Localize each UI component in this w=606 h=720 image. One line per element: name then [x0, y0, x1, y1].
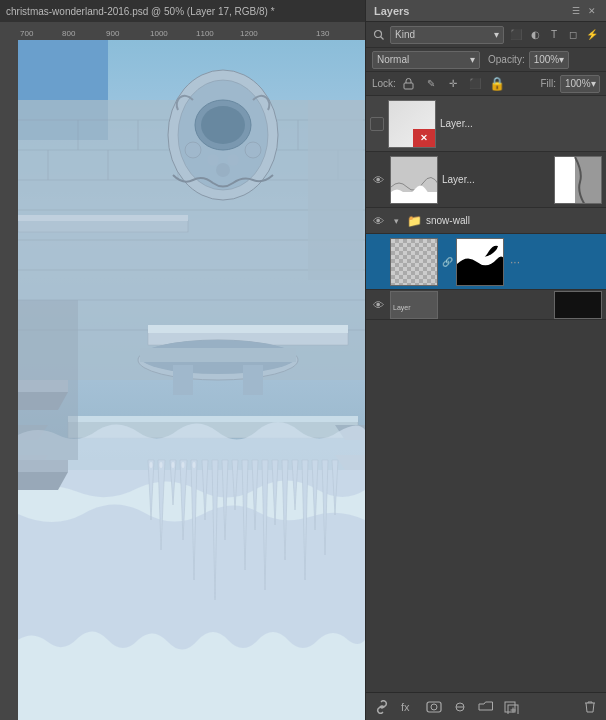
opacity-input[interactable]: 100% [529, 51, 569, 69]
kind-dropdown[interactable]: Kind [390, 26, 504, 44]
opacity-chevron [559, 54, 564, 65]
svg-point-29 [216, 163, 230, 177]
svg-point-24 [201, 106, 245, 144]
layer-row[interactable]: 🔗 ··· [366, 234, 606, 290]
layer-row-partial[interactable]: 👁 Layer [366, 290, 606, 320]
group-visibility-btn[interactable]: 👁 [370, 213, 386, 229]
svg-rect-31 [18, 215, 188, 221]
adj-filter-btn[interactable]: ◐ [527, 27, 543, 43]
fill-input[interactable]: 100% [560, 75, 600, 93]
ruler-mark: 130 [316, 29, 329, 38]
svg-rect-38 [173, 365, 193, 395]
smart-filter-btn[interactable]: ⚡ [584, 27, 600, 43]
search-icon [372, 28, 386, 42]
fill-label: Fill: [540, 78, 556, 89]
layers-toolbar: fx [366, 692, 606, 720]
svg-point-68 [172, 462, 175, 468]
group-btn[interactable] [476, 697, 496, 717]
ruler-mark: 700 [20, 29, 33, 38]
adjustment-btn[interactable] [450, 697, 470, 717]
svg-point-66 [150, 462, 153, 468]
layer-mask-thumbnail [456, 238, 504, 286]
ruler-mark: 1000 [150, 29, 168, 38]
blend-row: Normal Opacity: 100% [366, 48, 606, 72]
layer-more-btn[interactable]: ··· [508, 255, 522, 269]
panel-close-icon[interactable]: ✕ [586, 5, 598, 17]
svg-point-67 [160, 462, 163, 468]
svg-rect-78 [404, 83, 413, 89]
svg-rect-39 [243, 365, 263, 395]
lock-image-btn[interactable]: ✎ [422, 76, 440, 92]
svg-point-70 [193, 462, 196, 468]
canvas-area: christmas-wonderland-2016.psd @ 50% (Lay… [0, 0, 365, 720]
layer-group-row[interactable]: 👁 ▾ 📁 snow-wall [366, 208, 606, 234]
shape-filter-btn[interactable]: ◻ [565, 27, 581, 43]
layer-visibility-btn[interactable]: 👁 [370, 297, 386, 313]
layer-thumbnail: Layer [390, 291, 438, 319]
delete-layer-btn[interactable] [580, 697, 600, 717]
blend-mode-label: Normal [377, 54, 409, 65]
ruler-mark: 1100 [196, 29, 214, 38]
layers-panel: Layers ☰ ✕ Kind ⬛ ◐ T ◻ ⚡ Normal [365, 0, 606, 720]
blend-mode-dropdown[interactable]: Normal [372, 51, 480, 69]
canvas-content [18, 40, 365, 720]
svg-rect-82 [555, 157, 575, 204]
mask-btn[interactable] [424, 697, 444, 717]
link-btn[interactable] [372, 697, 392, 717]
ruler-horizontal: 700 800 900 1000 1100 1200 130 [0, 22, 365, 40]
layer-visibility-btn[interactable]: 👁 [370, 172, 386, 188]
kind-filter-icons: ⬛ ◐ T ◻ ⚡ [508, 27, 600, 43]
fx-btn[interactable]: fx [398, 697, 418, 717]
fill-val: 100% [565, 78, 591, 89]
panel-title: Layers [374, 5, 409, 17]
new-layer-btn[interactable] [502, 697, 522, 717]
layer-mask-thumbnail [554, 291, 602, 319]
group-name: snow-wall [426, 215, 602, 226]
layer-red-x: ✕ [413, 129, 435, 147]
opacity-label: Opacity: [488, 54, 525, 65]
svg-rect-32 [308, 100, 363, 280]
kind-chevron [494, 29, 499, 40]
layer-thumbnail [390, 156, 438, 204]
svg-point-76 [375, 30, 382, 37]
layer-name: Layer... [442, 174, 550, 185]
layer-thumbnail [390, 238, 438, 286]
layer-thumbnail: ✕ [388, 100, 436, 148]
kind-row: Kind ⬛ ◐ T ◻ ⚡ [366, 22, 606, 48]
layer-row[interactable]: ✕ Layer... [366, 96, 606, 152]
layer-name: Layer... [440, 118, 602, 129]
layer-row[interactable]: 👁 Layer... [366, 152, 606, 208]
layer-chain-icon: 🔗 [442, 257, 452, 267]
svg-rect-72 [18, 380, 68, 392]
svg-point-90 [431, 704, 437, 710]
svg-point-25 [185, 142, 201, 158]
title-bar-text: christmas-wonderland-2016.psd @ 50% (Lay… [6, 6, 275, 17]
group-folder-icon: 📁 [406, 213, 422, 229]
opacity-val: 100% [534, 54, 560, 65]
svg-rect-74 [18, 460, 68, 472]
lock-all-btn[interactable]: 🔒 [488, 76, 506, 92]
ruler-mark: 800 [62, 29, 75, 38]
lock-artboard-btn[interactable]: ⬛ [466, 76, 484, 92]
layers-list[interactable]: ✕ Layer... 👁 Layer... [366, 96, 606, 692]
svg-point-28 [227, 154, 239, 166]
svg-rect-41 [68, 416, 358, 422]
layer-visibility-btn[interactable] [370, 117, 384, 131]
ruler-mark: 900 [106, 29, 119, 38]
ruler-mark: 1200 [240, 29, 258, 38]
panel-menu-icon[interactable]: ☰ [570, 5, 582, 17]
lock-position-btn[interactable]: ✛ [444, 76, 462, 92]
svg-point-69 [182, 462, 185, 468]
lock-transparent-btn[interactable] [400, 76, 418, 92]
svg-text:fx: fx [401, 701, 410, 713]
group-expand-arrow[interactable]: ▾ [390, 215, 402, 227]
svg-rect-37 [140, 348, 296, 362]
scene-svg [18, 40, 365, 720]
text-filter-btn[interactable]: T [546, 27, 562, 43]
blend-mode-chevron [470, 54, 475, 65]
fill-chevron [591, 78, 596, 89]
title-bar: christmas-wonderland-2016.psd @ 50% (Lay… [0, 0, 365, 22]
svg-text:Layer: Layer [393, 304, 411, 312]
svg-rect-34 [148, 325, 348, 333]
pixel-filter-btn[interactable]: ⬛ [508, 27, 524, 43]
